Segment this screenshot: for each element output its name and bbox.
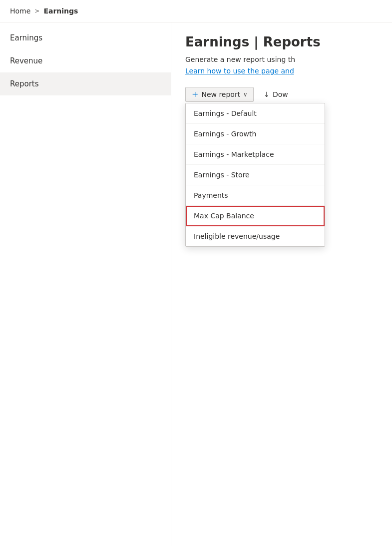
sidebar: Earnings Revenue Reports	[0, 22, 171, 546]
sidebar-item-label: Reports	[10, 79, 39, 88]
main-content: Earnings | Reports Generate a new report…	[171, 22, 392, 546]
breadcrumb-current: Earnings	[43, 7, 78, 15]
sidebar-item-earnings[interactable]: Earnings	[0, 26, 171, 49]
download-label: Dow	[273, 90, 288, 98]
page-layout: Earnings Revenue Reports Earnings | Repo…	[0, 22, 392, 546]
dropdown-item-earnings-growth[interactable]: Earnings - Growth	[186, 124, 325, 144]
sidebar-item-reports[interactable]: Reports	[0, 72, 171, 95]
dropdown-item-max-cap-balance[interactable]: Max Cap Balance	[186, 206, 325, 226]
sidebar-item-revenue[interactable]: Revenue	[0, 49, 171, 72]
dropdown-item-earnings-store[interactable]: Earnings - Store	[186, 165, 325, 185]
new-report-button[interactable]: + New report ∨	[185, 87, 254, 102]
download-button[interactable]: ↓ Dow	[258, 87, 294, 101]
dropdown-item-earnings-marketplace[interactable]: Earnings - Marketplace	[186, 144, 325, 165]
learn-more-link[interactable]: Learn how to use the page and	[185, 67, 378, 75]
toolbar: + New report ∨ ↓ Dow Earnings - DefaultE…	[185, 87, 378, 102]
download-icon: ↓	[264, 90, 270, 98]
sidebar-item-label: Revenue	[10, 56, 42, 65]
sidebar-item-label: Earnings	[10, 33, 42, 42]
new-report-dropdown: Earnings - DefaultEarnings - GrowthEarni…	[185, 103, 325, 247]
plus-icon: +	[192, 90, 198, 98]
page-description: Generate a new report using th	[185, 54, 378, 65]
breadcrumb-home[interactable]: Home	[10, 7, 30, 15]
breadcrumb: Home > Earnings	[0, 0, 392, 22]
dropdown-item-ineligible-revenue[interactable]: Ineligible revenue/usage	[186, 226, 325, 246]
dropdown-item-payments[interactable]: Payments	[186, 185, 325, 206]
page-title: Earnings | Reports	[185, 34, 378, 49]
breadcrumb-separator: >	[34, 7, 39, 14]
chevron-down-icon: ∨	[243, 91, 247, 98]
dropdown-item-earnings-default[interactable]: Earnings - Default	[186, 103, 325, 124]
new-report-label: New report	[201, 90, 240, 98]
